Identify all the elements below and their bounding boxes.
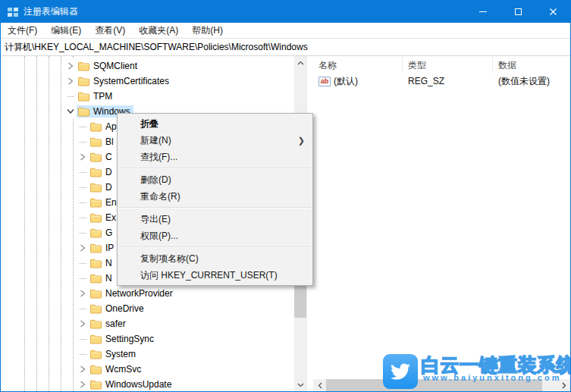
- expand-toggle[interactable]: [77, 331, 89, 347]
- folder-icon: [78, 61, 89, 71]
- expand-toggle[interactable]: [77, 149, 89, 165]
- maximize-icon: [515, 8, 522, 15]
- chevron-right-icon: [80, 320, 86, 328]
- chevron-up-icon: [297, 61, 304, 65]
- expand-toggle[interactable]: [77, 165, 89, 180]
- folder-icon: [90, 304, 102, 314]
- chevron-right-icon: [67, 62, 74, 70]
- menu-favorites[interactable]: 收藏夹(A): [132, 23, 185, 39]
- expand-toggle[interactable]: [77, 256, 89, 271]
- context-menu-item[interactable]: 访问 HKEY_CURRENT_USER(T) ❯: [118, 267, 312, 284]
- maximize-button[interactable]: [500, 1, 535, 23]
- expand-toggle[interactable]: [77, 180, 89, 195]
- folder-icon: [90, 350, 102, 359]
- folder-icon: [90, 213, 102, 223]
- expand-toggle[interactable]: [64, 58, 77, 74]
- menu-file[interactable]: 文件(F): [1, 23, 44, 39]
- scroll-left-button[interactable]: [313, 379, 326, 391]
- context-menu-item[interactable]: 新建(N) ❯: [118, 132, 312, 149]
- tree-item[interactable]: System: [1, 347, 294, 362]
- expand-toggle[interactable]: [77, 119, 89, 134]
- folder-icon: [78, 107, 89, 117]
- chevron-right-icon: [562, 382, 566, 389]
- expand-toggle[interactable]: [77, 362, 89, 377]
- context-menu-item[interactable]: 权限(P)... ❯: [118, 227, 312, 244]
- menu-help[interactable]: 帮助(H): [185, 23, 230, 39]
- context-menu-item[interactable]: 导出(E) ❯: [118, 211, 312, 227]
- expand-toggle[interactable]: [77, 195, 89, 210]
- connector-stub: [80, 202, 86, 203]
- context-menu-item[interactable]: 查找(F)... ❯: [118, 149, 312, 165]
- tree-item-label: WcmSvc: [105, 364, 141, 375]
- folder-icon: [90, 243, 102, 253]
- submenu-arrow-icon: ❯: [298, 132, 305, 149]
- column-header-name[interactable]: 名称: [313, 56, 403, 74]
- tree-item[interactable]: SystemCertificates: [1, 74, 294, 89]
- tree-item[interactable]: TPM: [1, 89, 294, 104]
- scroll-right-button[interactable]: [557, 379, 570, 391]
- tree-item-label: OneDrive: [105, 303, 144, 314]
- chevron-down-icon: [297, 383, 304, 387]
- tree-item[interactable]: WindowsUpdate: [1, 377, 294, 391]
- scrollbar-thumb[interactable]: [294, 285, 306, 318]
- window-title: 注册表编辑器: [24, 5, 78, 18]
- connector-stub: [80, 172, 86, 173]
- context-menu-item[interactable]: 删除(D) ❯: [118, 171, 312, 188]
- context-menu-item[interactable]: 重命名(R) ❯: [118, 188, 312, 205]
- minimize-button[interactable]: [466, 1, 500, 23]
- scroll-down-button[interactable]: [294, 378, 306, 391]
- expand-toggle[interactable]: [77, 134, 89, 149]
- address-bar: [1, 39, 570, 56]
- tree-item-label: WindowsUpdate: [105, 379, 171, 390]
- chevron-right-icon: [80, 290, 86, 297]
- collapse-toggle[interactable]: [64, 104, 77, 119]
- expand-toggle[interactable]: [77, 301, 89, 316]
- menu-view[interactable]: 查看(V): [88, 23, 132, 39]
- expand-toggle[interactable]: [77, 210, 89, 225]
- tree-item-label: NetworkProvider: [105, 288, 173, 299]
- value-row[interactable]: ab (默认) REG_SZ (数值未设置): [313, 74, 570, 89]
- column-header-type[interactable]: 类型: [403, 56, 493, 74]
- expand-toggle[interactable]: [77, 377, 89, 391]
- tree-item-label: G: [105, 227, 112, 238]
- chevron-right-icon: [80, 381, 86, 388]
- address-input[interactable]: [1, 39, 570, 55]
- expand-toggle[interactable]: [77, 225, 89, 240]
- tree-item-label: Ap: [105, 121, 117, 132]
- chevron-down-icon: [67, 108, 74, 114]
- tree-item[interactable]: SettingSync: [1, 331, 294, 347]
- tree-item[interactable]: safer: [1, 316, 294, 331]
- folder-icon: [90, 122, 102, 132]
- folder-icon: [90, 198, 102, 208]
- context-menu-item[interactable]: 复制项名称(C) ❯: [118, 250, 312, 267]
- tree-item-label: D: [105, 182, 112, 193]
- tree-item-label: safer: [105, 318, 126, 329]
- expand-toggle[interactable]: [77, 347, 89, 362]
- context-menu-item[interactable]: 折叠 ❯: [118, 115, 312, 132]
- close-button[interactable]: [535, 1, 570, 23]
- expand-toggle[interactable]: [64, 74, 77, 89]
- folder-icon: [90, 274, 102, 284]
- folder-icon: [90, 228, 102, 238]
- tree-item[interactable]: WcmSvc: [1, 362, 294, 377]
- expand-toggle[interactable]: [64, 89, 77, 104]
- tree-item[interactable]: SQMClient: [1, 58, 294, 74]
- expand-toggle[interactable]: [77, 271, 89, 286]
- folder-icon: [78, 92, 89, 102]
- connector-stub: [80, 142, 86, 143]
- menu-separator: [119, 168, 311, 169]
- connector-stub: [80, 127, 86, 127]
- column-header-data[interactable]: 数据: [493, 56, 570, 74]
- value-name: (默认): [334, 75, 358, 88]
- tree-item[interactable]: NetworkProvider: [1, 286, 294, 301]
- connector-stub: [80, 339, 86, 340]
- menu-edit[interactable]: 编辑(E): [44, 23, 88, 39]
- expand-toggle[interactable]: [77, 286, 89, 301]
- expand-toggle[interactable]: [77, 316, 89, 331]
- tree-item[interactable]: OneDrive: [1, 301, 294, 316]
- scroll-up-button[interactable]: [294, 56, 306, 69]
- menu-separator: [119, 207, 311, 209]
- title-bar: 注册表编辑器: [1, 1, 570, 23]
- tree-item-label: N: [105, 273, 112, 284]
- expand-toggle[interactable]: [77, 240, 89, 256]
